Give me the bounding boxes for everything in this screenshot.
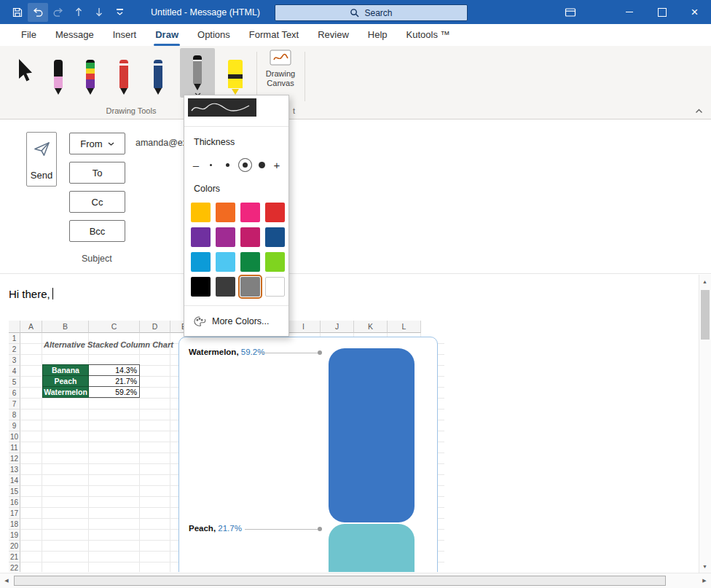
color-swatch-purple[interactable] [191, 227, 211, 247]
color-swatch-blue[interactable] [191, 252, 211, 272]
tab-help[interactable]: Help [358, 24, 397, 46]
color-swatch-light-blue[interactable] [216, 252, 235, 272]
color-swatch-black[interactable] [191, 277, 211, 297]
color-swatch-dark-blue[interactable] [265, 227, 285, 247]
scroll-right-icon[interactable]: ▶ [698, 573, 711, 588]
tab-insert[interactable]: Insert [103, 24, 146, 46]
search-input[interactable]: Search [275, 4, 468, 21]
row-header-17: 17 [9, 508, 20, 519]
column-header-B: B [42, 321, 89, 333]
embedded-spreadsheet-image[interactable]: ABCDEFGHIJKL 123456789101112131415161718… [9, 321, 444, 572]
row-header-18: 18 [9, 519, 20, 530]
color-swatch-white[interactable] [265, 277, 285, 297]
table-row: Banana14.3% [42, 364, 140, 376]
vertical-scroll-thumb[interactable] [701, 290, 710, 340]
customize-quick-access-icon[interactable] [109, 3, 130, 22]
redo-icon[interactable] [48, 3, 68, 22]
yellow-highlighter-icon [225, 60, 245, 95]
fruit-name-cell: Peach [42, 375, 89, 387]
tab-format-text[interactable]: Format Text [240, 24, 308, 46]
column-header-A: A [20, 321, 42, 333]
text-cursor [52, 288, 54, 299]
color-swatch-gray[interactable] [240, 277, 260, 297]
peach-leader-dot [318, 527, 322, 531]
tab-message[interactable]: Message [46, 24, 103, 46]
to-button[interactable]: To [69, 162, 125, 184]
chart-panel: Watermelon, 59.2% Peach, 21.7% [178, 337, 438, 572]
horizontal-scroll-thumb[interactable] [14, 576, 666, 586]
peach-bar [329, 524, 415, 572]
grid-vline [170, 333, 170, 572]
scroll-up-icon[interactable]: ▲ [699, 275, 710, 287]
message-body[interactable]: Hi there, ABCDEFGHIJKL 12345678910111213… [0, 274, 699, 573]
color-swatch-gold[interactable] [191, 203, 211, 222]
ribbon-layout-icon[interactable] [554, 0, 586, 24]
color-swatch-light-green[interactable] [265, 252, 285, 272]
maximize-icon[interactable] [645, 0, 678, 24]
row-header-22: 22 [9, 562, 20, 572]
tab-kutools[interactable]: Kutools ™ [397, 24, 460, 46]
color-swatch-pink[interactable] [240, 203, 260, 222]
color-swatch-dark-gray[interactable] [216, 277, 235, 297]
close-icon[interactable]: × [678, 0, 711, 24]
column-header-K: K [354, 321, 388, 333]
cc-button[interactable]: Cc [69, 191, 125, 213]
thickness-option-2[interactable] [221, 158, 235, 172]
tab-options[interactable]: Options [188, 24, 240, 46]
color-swatch-raspberry[interactable] [240, 227, 260, 247]
compose-header: Send From amanda@ex To Cc Bcc Subject [0, 119, 711, 274]
red-pen-button[interactable] [109, 48, 138, 95]
gray-pen-button-selected[interactable] [180, 48, 215, 98]
pen-color-grid [191, 203, 285, 297]
window-title: Untitled - Message (HTML) [151, 0, 260, 24]
color-swatch-red[interactable] [265, 203, 285, 222]
tab-file[interactable]: File [12, 24, 46, 46]
gray-pen-icon [189, 55, 205, 90]
bcc-button[interactable]: Bcc [69, 220, 125, 242]
scroll-left-icon[interactable]: ◀ [0, 573, 13, 588]
pen-options-popup: Thickness – + Colors More Colors... [184, 95, 289, 337]
row-header-1: 1 [9, 333, 20, 344]
from-button[interactable]: From [69, 133, 125, 154]
red-pen-icon [116, 60, 132, 95]
color-swatch-green[interactable] [240, 252, 260, 272]
row-header-5: 5 [9, 377, 20, 388]
row-header-9: 9 [9, 420, 20, 431]
collapse-ribbon-icon[interactable] [692, 106, 705, 116]
tab-draw[interactable]: Draw [146, 24, 188, 46]
tab-review[interactable]: Review [308, 24, 358, 46]
horizontal-scrollbar[interactable]: ◀ ▶ [0, 573, 711, 588]
row-header-4: 4 [9, 366, 20, 377]
search-placeholder: Search [364, 8, 392, 18]
color-swatch-magenta[interactable] [216, 227, 235, 247]
subject-label: Subject [82, 254, 112, 264]
save-icon[interactable] [7, 3, 28, 22]
next-item-icon[interactable] [89, 3, 109, 22]
minimize-icon[interactable] [613, 0, 645, 24]
galaxy-pen-button[interactable] [76, 48, 105, 95]
blue-pen-button[interactable] [144, 48, 173, 95]
more-colors-label: More Colors... [212, 316, 270, 326]
pencil-tool-button[interactable] [44, 48, 73, 95]
palette-icon [193, 315, 206, 327]
row-header-13: 13 [9, 464, 20, 475]
fruit-value-cell: 21.7% [89, 375, 140, 387]
thickness-increase-button[interactable]: + [272, 160, 282, 170]
undo-icon[interactable] [28, 3, 48, 22]
sheet-title: Alternative Stacked Column Chart [44, 340, 173, 349]
previous-item-icon[interactable] [68, 3, 89, 22]
thickness-option-3[interactable] [238, 158, 252, 172]
select-tool-button[interactable] [9, 48, 39, 95]
thickness-decrease-button[interactable]: – [191, 160, 201, 170]
vertical-scrollbar[interactable]: ▲ ▼ [699, 275, 711, 573]
color-swatch-orange[interactable] [216, 203, 235, 222]
yellow-highlighter-button[interactable] [219, 48, 251, 95]
thickness-option-4[interactable] [255, 158, 269, 172]
send-button[interactable]: Send [26, 132, 57, 187]
row-header-12: 12 [9, 453, 20, 464]
scroll-down-icon[interactable]: ▼ [699, 560, 710, 572]
fruit-value-cell: 14.3% [89, 364, 140, 376]
quick-access-toolbar [7, 0, 130, 24]
thickness-option-1[interactable] [204, 158, 218, 172]
more-colors-button[interactable]: More Colors... [184, 310, 288, 332]
